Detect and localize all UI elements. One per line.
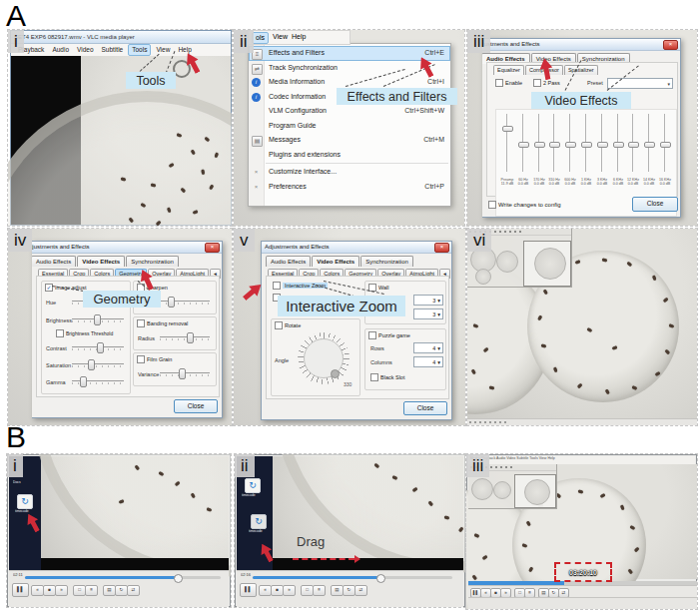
tab-synchronization[interactable]: Synchronization [360,256,413,267]
menu-item-vlm-configuration[interactable]: VLM Configuration Ctrl+Shift+W [249,104,450,119]
banding-removal-checkbox[interactable]: Banding removal [137,319,188,327]
wall-rows-spinner[interactable]: 3▾ [413,295,443,306]
equalizer-slider[interactable] [522,114,523,172]
close-button[interactable]: Close [174,399,218,413]
menu-item-track-synchronization[interactable]: ⇄ Track Synchronization [249,61,450,76]
equalizer-slider[interactable] [553,114,554,172]
rotate-checkbox[interactable]: Rotate [275,321,301,329]
equalizer-slider-handle[interactable] [628,142,639,148]
puzzle-columns-spinner[interactable]: 4▾ [413,356,443,367]
next-button[interactable]: » [55,585,68,596]
equalizer-slider-handle[interactable] [549,142,560,148]
menu-item-program-guide[interactable]: Program Guide [249,119,450,134]
equalizer-slider-handle[interactable] [581,142,592,148]
equalizer-slider-handle[interactable] [613,142,624,148]
seek-knob[interactable] [174,574,183,583]
subtab-spatializer[interactable]: Spatializer [564,65,598,75]
equalizer-slider-handle[interactable] [644,142,655,148]
brightness-threshold-checkbox[interactable]: Brightness Threshold [56,329,113,337]
radius-slider[interactable] [160,332,210,341]
extended-settings-button[interactable]: ≡ [313,585,326,596]
equalizer-slider[interactable] [664,114,665,172]
close-button[interactable]: Close [403,401,447,415]
two-pass-checkbox[interactable]: 2 Pass [533,79,560,87]
brightness-slider[interactable] [72,314,124,323]
equalizer-slider-handle[interactable] [565,142,576,148]
menu-view[interactable]: View [273,31,288,44]
timecode-app-icon[interactable]: ↻ [245,478,261,493]
random-button[interactable]: ⇄ [354,585,367,596]
film-grain-checkbox[interactable]: Film Grain [137,355,172,363]
gamma-slider[interactable] [72,376,124,385]
menu-item-preferences[interactable]: × Preferences Ctrl+P [249,180,450,195]
equalizer-slider[interactable] [585,114,586,172]
film-grain-group: Film Grain Variance [133,352,217,386]
timecode-app-icon-dragged[interactable]: ↻ [251,514,267,529]
black-slot-checkbox[interactable]: Black Slot [370,373,404,381]
tab-audio-effects[interactable]: Audio Effects [32,256,76,267]
equalizer-slider-handle[interactable] [660,142,671,148]
menu-help[interactable]: Help [292,31,306,44]
minimap-zoom-rect[interactable] [514,474,556,508]
menu-item-customize-interface[interactable]: × Customize Interface... [249,165,450,180]
saturation-label: Saturation [46,362,71,368]
equalizer-slider-handle[interactable] [502,126,513,132]
variance-slider[interactable] [160,368,210,377]
equalizer-slider[interactable] [569,114,570,172]
preset-dropdown[interactable]: ▾ [607,78,673,89]
tab-video-effects[interactable]: Video Effects [312,256,359,267]
menu-item-messages[interactable]: ▤ Messages Ctrl+M [249,133,450,148]
angle-dial[interactable] [298,332,350,384]
puzzle-rows-spinner[interactable]: 4▾ [413,342,443,353]
seek-bar[interactable] [25,576,221,579]
subtab-scroll-right-icon[interactable]: ▸ [222,269,223,279]
close-icon[interactable]: × [205,243,220,253]
extended-settings-button[interactable]: ≡ [85,585,98,596]
enable-checkbox[interactable]: Enable [495,79,522,87]
menu-video[interactable]: Video [74,44,97,56]
pause-button[interactable]: ▌▌ [240,583,257,597]
saturation-slider[interactable] [72,359,124,368]
tab-video-effects[interactable]: Video Effects [77,256,125,267]
messages-icon: ▤ [252,136,263,147]
subtab-equalizer[interactable]: Equalizer [493,65,524,75]
equalizer-slider-handle[interactable] [597,142,608,148]
puzzle-game-checkbox[interactable]: Puzzle game [368,331,410,339]
sigma-slider[interactable] [160,297,210,306]
menu-tools-fragment[interactable]: ols [252,32,269,44]
tab-synchronization[interactable]: Synchronization [126,256,179,267]
seek-progress [253,576,378,579]
menu-audio[interactable]: Audio [49,44,72,56]
contrast-slider[interactable] [72,342,124,351]
minimap-zoom-rect[interactable] [523,241,571,287]
equalizer-slider[interactable] [632,114,633,172]
equalizer-slider-handle[interactable] [534,142,545,148]
checkbox-label: Wall [378,285,389,291]
close-icon[interactable]: × [434,243,449,253]
random-button[interactable]: ⇄ [127,585,140,596]
equalizer-slider-handle[interactable] [518,142,529,148]
menu-help[interactable]: Help [175,44,194,56]
seek-bar[interactable] [253,576,452,579]
pause-button[interactable]: ▌▌ [12,583,29,597]
equalizer-slider[interactable] [601,114,602,172]
menu-item-plugins-and-extensions[interactable]: Plugins and extensions [249,148,450,163]
wall-columns-spinner[interactable]: 3▾ [413,308,443,319]
menu-item-effects-and-filters[interactable]: ≡ Effects and Filters Ctrl+E [249,46,450,61]
equalizer-slider[interactable] [506,114,507,172]
checkbox-box [533,79,541,87]
menu-subtitle[interactable]: Subtitle [99,44,127,56]
menu-tools[interactable]: Tools [128,44,151,56]
tab-audio-effects[interactable]: Audio Effects [266,256,311,267]
close-icon[interactable]: × [663,40,678,50]
equalizer-slider[interactable] [617,114,618,172]
angle-dial-knob[interactable] [331,369,340,378]
timecode-app-icon[interactable]: ↻ [17,494,33,509]
write-config-checkbox[interactable]: Write changes to config [488,201,561,209]
equalizer-slider[interactable] [648,114,649,172]
subtab-scroll-right-icon[interactable]: ▸ [451,269,452,279]
close-button[interactable]: Close [632,197,678,212]
equalizer-slider[interactable] [538,114,539,172]
seek-knob[interactable] [376,574,385,583]
next-button[interactable]: » [283,585,296,596]
